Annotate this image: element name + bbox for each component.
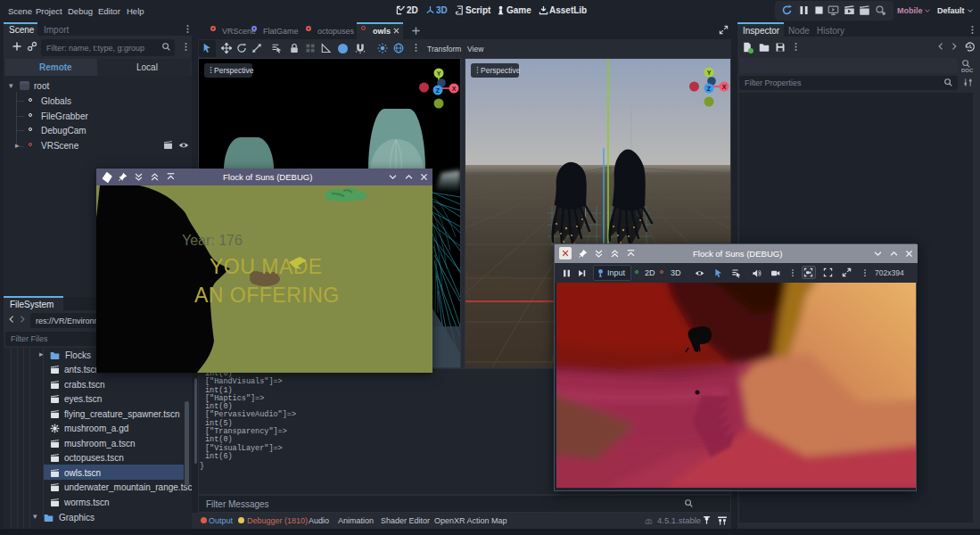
svg-text:AN OFFERING: AN OFFERING bbox=[194, 284, 340, 307]
svg-text:Y: Y bbox=[437, 70, 441, 77]
svg-text:YOU MADE: YOU MADE bbox=[210, 255, 323, 278]
svg-text:Z: Z bbox=[707, 86, 712, 92]
svg-text:Y: Y bbox=[707, 70, 712, 76]
svg-text:X: X bbox=[452, 86, 457, 92]
svg-text:X: X bbox=[722, 84, 727, 90]
svg-text:Z: Z bbox=[436, 87, 441, 94]
svg-text:Year: 176: Year: 176 bbox=[182, 233, 243, 248]
